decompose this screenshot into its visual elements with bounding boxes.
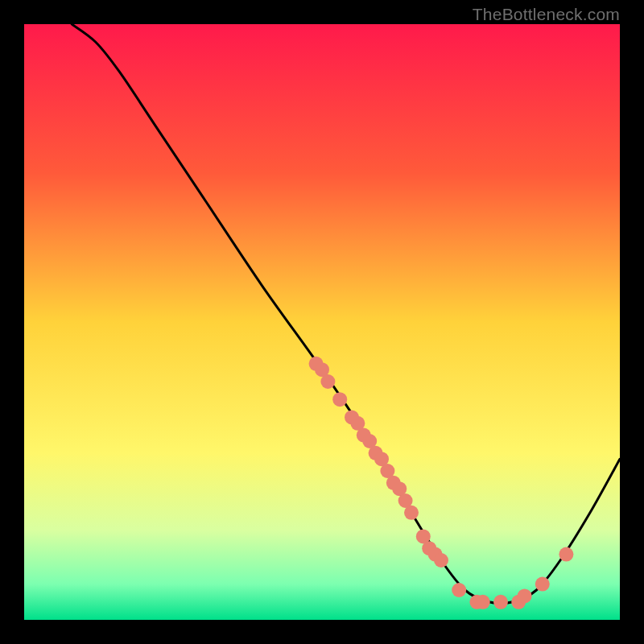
data-marker xyxy=(535,577,550,592)
data-marker xyxy=(476,595,490,609)
data-marker xyxy=(320,374,335,389)
data-marker xyxy=(493,595,508,609)
plot-area xyxy=(24,24,620,620)
chart-svg xyxy=(24,24,620,620)
data-marker xyxy=(452,583,466,597)
data-marker xyxy=(559,547,573,562)
chart-frame: TheBottleneck.com xyxy=(0,0,644,644)
data-marker xyxy=(434,553,448,568)
gradient-background xyxy=(24,24,620,620)
watermark-text: TheBottleneck.com xyxy=(473,5,620,24)
data-marker xyxy=(332,392,347,407)
data-marker xyxy=(518,588,532,603)
data-marker xyxy=(404,506,419,520)
